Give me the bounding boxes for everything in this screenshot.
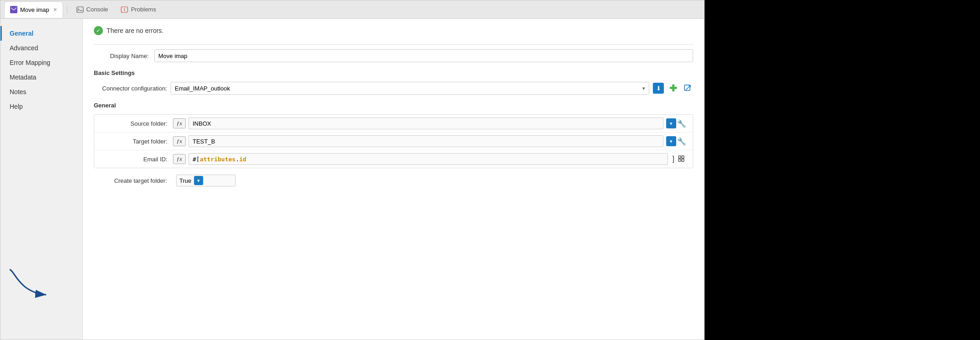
email-id-expr-display[interactable]: #[ attributes.id bbox=[188, 153, 668, 165]
target-folder-dropdown-button[interactable]: ▾ bbox=[666, 136, 676, 146]
svg-rect-8 bbox=[678, 156, 681, 158]
basic-settings-title: Basic Settings bbox=[94, 69, 693, 76]
target-folder-wrench-button[interactable]: 🔧 bbox=[676, 136, 687, 147]
source-folder-label: Source folder: bbox=[100, 120, 173, 127]
tab-console[interactable]: Console bbox=[71, 1, 114, 18]
top-divider bbox=[94, 44, 693, 45]
source-folder-input-wrap bbox=[188, 117, 663, 129]
display-name-label: Display Name: bbox=[94, 53, 149, 59]
status-check-icon: ✓ bbox=[94, 26, 103, 35]
mail-icon bbox=[10, 6, 17, 13]
connector-row: Connector configuration: Email_IMAP_outl… bbox=[94, 82, 693, 95]
connector-dropdown-arrow: ▾ bbox=[642, 85, 645, 91]
svg-rect-6 bbox=[684, 85, 690, 90]
sidebar-item-general[interactable]: General bbox=[0, 26, 82, 41]
fx-icon: ƒx bbox=[177, 120, 182, 127]
svg-rect-10 bbox=[678, 159, 681, 161]
dropdown-icon: ⬇ bbox=[656, 85, 661, 92]
add-connector-button[interactable]: ✚ bbox=[668, 83, 678, 94]
tab-console-label: Console bbox=[86, 6, 108, 13]
svg-rect-1 bbox=[77, 7, 83, 12]
connector-select[interactable]: Email_IMAP_outlook ▾ bbox=[171, 82, 649, 95]
plus-icon: ✚ bbox=[669, 83, 677, 94]
tab-bar: Move imap ✕ Console ! Problem bbox=[0, 0, 704, 19]
main-content: General Advanced Error Mapping Metadata … bbox=[0, 19, 704, 340]
field-row-target: Target folder: ƒx ▾ 🔧 bbox=[94, 133, 693, 150]
right-panel: ✓ There are no errors. Display Name: Bas… bbox=[83, 19, 704, 340]
sidebar-item-error-mapping[interactable]: Error Mapping bbox=[0, 55, 82, 70]
sidebar-item-notes[interactable]: Notes bbox=[0, 85, 82, 99]
target-folder-input[interactable] bbox=[188, 135, 663, 147]
create-folder-dropdown-icon: ▾ bbox=[197, 178, 200, 184]
wrench-icon: 🔧 bbox=[677, 119, 686, 128]
tab-separator bbox=[67, 5, 67, 14]
sidebar-item-help[interactable]: Help bbox=[0, 99, 82, 114]
tab-close-button[interactable]: ✕ bbox=[53, 7, 57, 13]
grid-icon bbox=[678, 155, 686, 163]
tab-problems[interactable]: ! Problems bbox=[115, 1, 162, 18]
problems-icon: ! bbox=[121, 6, 128, 13]
svg-line-7 bbox=[686, 86, 690, 90]
svg-text:!: ! bbox=[124, 7, 125, 12]
sidebar: General Advanced Error Mapping Metadata … bbox=[0, 19, 83, 340]
create-folder-select[interactable]: True ▾ bbox=[176, 175, 236, 186]
svg-rect-9 bbox=[682, 156, 684, 158]
source-folder-fx-button[interactable]: ƒx bbox=[173, 118, 186, 128]
source-folder-dropdown-button[interactable]: ▾ bbox=[666, 118, 676, 128]
wrench-icon-2: 🔧 bbox=[677, 137, 686, 146]
edit-connector-button[interactable] bbox=[682, 83, 693, 94]
source-folder-wrench-button[interactable]: 🔧 bbox=[676, 118, 687, 129]
svg-rect-11 bbox=[682, 159, 684, 161]
field-row-email-id: Email ID: ƒx #[ attributes.id ] bbox=[94, 150, 693, 168]
status-message: There are no errors. bbox=[107, 27, 164, 34]
console-icon bbox=[76, 6, 84, 13]
display-name-row: Display Name: bbox=[94, 49, 693, 62]
connector-label: Connector configuration: bbox=[94, 85, 167, 92]
target-folder-input-wrap bbox=[188, 135, 663, 147]
create-folder-dropdown-button[interactable]: ▾ bbox=[194, 176, 203, 185]
email-id-label: Email ID: bbox=[100, 156, 173, 163]
dropdown-blue-icon: ▾ bbox=[670, 121, 673, 127]
expr-id: id bbox=[239, 156, 247, 163]
display-name-input[interactable] bbox=[154, 49, 693, 62]
arrow-annotation bbox=[5, 265, 60, 303]
field-row-source: Source folder: ƒx ▾ 🔧 bbox=[94, 115, 693, 133]
general-section-title: General bbox=[94, 102, 693, 109]
sidebar-item-advanced[interactable]: Advanced bbox=[0, 41, 82, 55]
email-id-grid-button[interactable] bbox=[676, 154, 687, 165]
status-bar: ✓ There are no errors. bbox=[94, 26, 693, 35]
connector-dropdown-button[interactable]: ⬇ bbox=[653, 83, 664, 94]
sidebar-item-metadata[interactable]: Metadata bbox=[0, 70, 82, 85]
create-folder-row: Create target folder: True ▾ bbox=[94, 172, 693, 189]
create-folder-value: True bbox=[179, 177, 191, 184]
fx-icon-3: ƒx bbox=[177, 155, 182, 163]
tab-move-imap[interactable]: Move imap ✕ bbox=[4, 1, 63, 18]
expr-attributes: attributes bbox=[200, 156, 236, 163]
dropdown-blue-icon-2: ▾ bbox=[670, 138, 673, 144]
svg-rect-0 bbox=[11, 7, 16, 12]
create-folder-label: Create target folder: bbox=[99, 177, 172, 184]
fields-container: Source folder: ƒx ▾ 🔧 Ta bbox=[94, 114, 693, 168]
source-folder-input[interactable] bbox=[188, 117, 663, 129]
closing-bracket: ] bbox=[671, 155, 676, 163]
email-id-input-wrap: #[ attributes.id bbox=[188, 153, 668, 165]
target-folder-label: Target folder: bbox=[100, 138, 173, 145]
email-id-fx-button[interactable]: ƒx bbox=[173, 154, 186, 164]
tab-problems-label: Problems bbox=[131, 6, 156, 13]
tab-move-imap-label: Move imap bbox=[20, 6, 49, 13]
edit-icon bbox=[684, 84, 692, 92]
target-folder-fx-button[interactable]: ƒx bbox=[173, 136, 186, 146]
fx-icon-2: ƒx bbox=[177, 138, 182, 145]
